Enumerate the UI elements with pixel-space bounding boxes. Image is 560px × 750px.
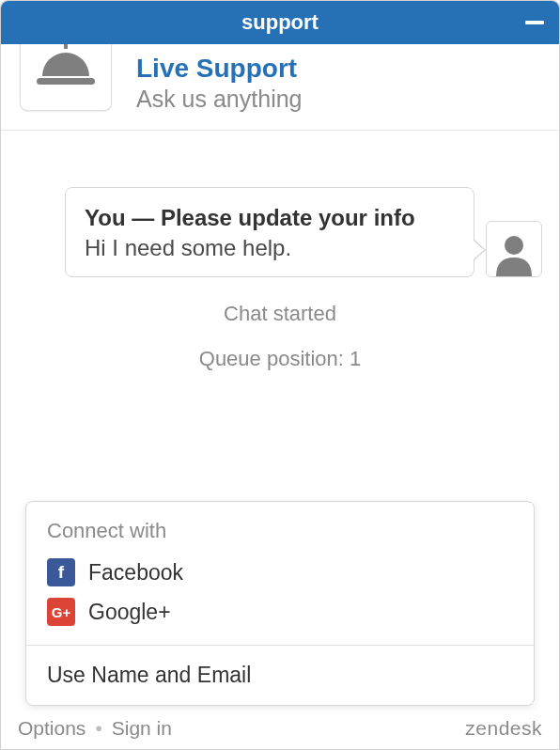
service-bell-icon [35,39,97,91]
google-label: Google+ [88,600,171,625]
header: Live Support Ask us anything [1,44,559,131]
facebook-icon: f [47,558,75,586]
connect-facebook[interactable]: f Facebook [47,553,513,592]
connect-options: Connect with f Facebook G+ Google+ [26,502,534,645]
title-bar: support [1,1,559,44]
header-title: Live Support [136,54,303,84]
footer-left: Options • Sign in [18,717,172,740]
minus-icon [525,21,544,24]
queue-position-status: Queue position: 1 [18,347,542,371]
message-header: You — Please update your info [85,203,455,233]
person-icon [490,229,537,276]
title-text: support [241,10,319,35]
separator-dot: • [95,717,101,740]
brand-label: zendesk [465,717,542,740]
user-avatar [486,221,542,277]
svg-point-3 [505,236,523,255]
chat-started-status: Chat started [18,302,542,326]
google-plus-icon: G+ [47,598,75,626]
use-name-email-button[interactable]: Use Name and Email [26,645,534,705]
connect-panel: Connect with f Facebook G+ Google+ Use N… [25,501,535,706]
options-link[interactable]: Options [18,717,86,740]
signin-link[interactable]: Sign in [112,717,172,740]
facebook-label: Facebook [88,560,183,586]
minimize-button[interactable] [525,21,544,24]
connect-google[interactable]: G+ Google+ [47,592,513,632]
chat-widget: support Live Support Ask us anything You… [0,0,560,750]
header-text: Live Support Ask us anything [136,44,303,113]
name-email-label: Use Name and Email [47,663,251,687]
svg-rect-2 [37,78,95,85]
connect-with-label: Connect with [47,519,513,543]
header-subtitle: Ask us anything [136,86,303,113]
message-row: You — Please update your info Hi I need … [65,187,542,277]
message-body: Hi I need some help. [85,235,455,261]
message-bubble: You — Please update your info Hi I need … [65,187,474,277]
footer: Options • Sign in zendesk [1,710,559,749]
